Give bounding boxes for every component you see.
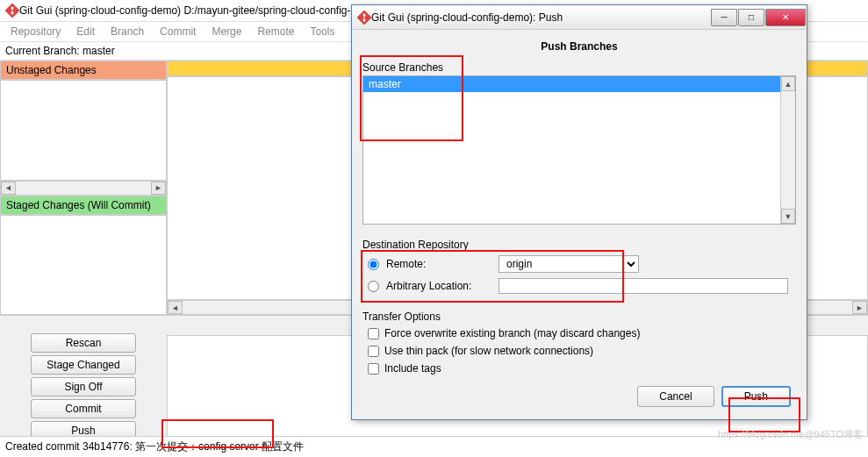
dialog-title: Git Gui (spring-cloud-config-demo): Push bbox=[371, 11, 711, 24]
staged-list[interactable] bbox=[0, 215, 167, 316]
thin-checkbox[interactable] bbox=[368, 346, 379, 357]
watermark: https://blog.csdn.me@945TO博客 bbox=[718, 428, 863, 441]
dialog-body: Push Branches Source Branches master ▲ ▼… bbox=[352, 30, 807, 419]
tags-checkbox[interactable] bbox=[368, 363, 379, 375]
maximize-button[interactable]: □ bbox=[738, 9, 764, 26]
scroll-right-icon[interactable]: ► bbox=[151, 182, 166, 195]
dialog-buttons: Cancel Push bbox=[362, 377, 796, 409]
staged-header: Staged Changes (Will Commit) bbox=[0, 196, 167, 215]
git-icon bbox=[5, 4, 19, 18]
arbitrary-row: Arbitrary Location: bbox=[362, 275, 796, 296]
remote-radio[interactable] bbox=[368, 259, 379, 270]
force-checkbox[interactable] bbox=[368, 328, 379, 339]
remote-row: Remote: origin bbox=[362, 253, 796, 275]
commit-button[interactable]: Commit bbox=[31, 399, 136, 418]
source-branches-label: Source Branches bbox=[362, 60, 796, 75]
menu-branch[interactable]: Branch bbox=[104, 24, 151, 39]
dialog-push-button[interactable]: Push bbox=[721, 386, 791, 407]
push-dialog: Git Gui (spring-cloud-config-demo): Push… bbox=[351, 4, 807, 420]
thin-row: Use thin pack (for slow network connecti… bbox=[362, 342, 796, 360]
tags-label: Include tags bbox=[384, 362, 441, 375]
force-row: Force overwrite existing branch (may dis… bbox=[362, 325, 796, 342]
scroll-up-icon[interactable]: ▲ bbox=[781, 76, 795, 91]
menu-edit[interactable]: Edit bbox=[69, 24, 102, 39]
unstaged-list[interactable] bbox=[0, 80, 167, 181]
menu-remote[interactable]: Remote bbox=[250, 24, 301, 39]
tags-row: Include tags bbox=[362, 360, 796, 377]
unstaged-scrollbar[interactable]: ◄ ► bbox=[0, 181, 167, 196]
remote-label: Remote: bbox=[386, 258, 491, 270]
source-scrollbar[interactable]: ▲ ▼ bbox=[780, 76, 795, 224]
destination-label: Destination Repository bbox=[362, 237, 796, 253]
menu-repository[interactable]: Repository bbox=[4, 24, 68, 39]
menu-tools[interactable]: Tools bbox=[303, 24, 341, 39]
unstaged-header: Unstaged Changes bbox=[0, 61, 167, 80]
arbitrary-radio[interactable] bbox=[368, 281, 379, 292]
sign-off-button[interactable]: Sign Off bbox=[31, 377, 136, 396]
remote-select[interactable]: origin bbox=[499, 255, 639, 273]
force-label: Force overwrite existing branch (may dis… bbox=[384, 327, 640, 339]
menu-merge[interactable]: Merge bbox=[204, 24, 248, 39]
main-title: Git Gui (spring-cloud-config-demo) D:/ma… bbox=[19, 4, 377, 17]
menu-commit[interactable]: Commit bbox=[153, 24, 203, 39]
close-button[interactable]: ✕ bbox=[765, 9, 806, 26]
scroll-down-icon[interactable]: ▼ bbox=[781, 209, 795, 224]
destination-section: Destination Repository Remote: origin Ar… bbox=[362, 237, 796, 296]
source-branches-list[interactable]: master ▲ ▼ bbox=[362, 75, 796, 225]
stage-changed-button[interactable]: Stage Changed bbox=[31, 355, 136, 375]
rescan-button[interactable]: Rescan bbox=[31, 333, 136, 353]
left-panel: Unstaged Changes ◄ ► Staged Changes (Wil… bbox=[0, 61, 167, 315]
window-buttons: ─ □ ✕ bbox=[711, 9, 807, 26]
source-branch-item[interactable]: master bbox=[363, 76, 795, 92]
dialog-titlebar[interactable]: Git Gui (spring-cloud-config-demo): Push… bbox=[352, 5, 807, 30]
scroll-left-icon[interactable]: ◄ bbox=[168, 301, 183, 314]
scroll-left-icon[interactable]: ◄ bbox=[1, 182, 16, 195]
arbitrary-label: Arbitrary Location: bbox=[386, 280, 491, 292]
cancel-button[interactable]: Cancel bbox=[637, 386, 714, 407]
thin-label: Use thin pack (for slow network connecti… bbox=[384, 345, 593, 357]
button-column: Rescan Stage Changed Sign Off Commit Pus… bbox=[0, 316, 167, 444]
transfer-section: Transfer Options Force overwrite existin… bbox=[362, 309, 796, 377]
arbitrary-input[interactable] bbox=[499, 278, 788, 294]
git-icon bbox=[357, 11, 371, 25]
dialog-heading: Push Branches bbox=[362, 37, 796, 60]
minimize-button[interactable]: ─ bbox=[711, 9, 737, 26]
scroll-right-icon[interactable]: ► bbox=[852, 301, 867, 314]
transfer-label: Transfer Options bbox=[362, 309, 796, 325]
